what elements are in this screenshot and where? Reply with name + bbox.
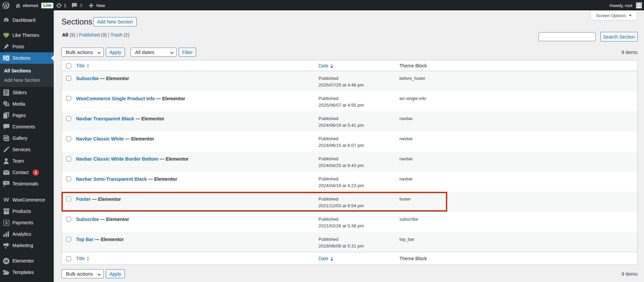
svg-text:$: $ [5, 221, 7, 225]
svg-text:w: w [3, 197, 9, 203]
